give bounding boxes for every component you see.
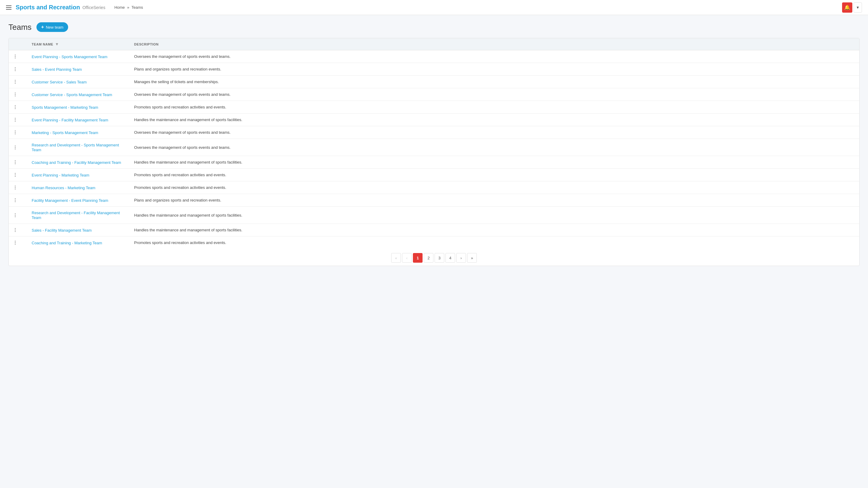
filter-icon[interactable]: ▼: [55, 42, 59, 46]
app-title: Sports and Recreation: [16, 4, 80, 11]
row-menu-button[interactable]: [13, 67, 17, 72]
table-row: Event Planning - Sports Management TeamO…: [9, 50, 859, 63]
row-menu-button[interactable]: [13, 130, 17, 135]
team-link[interactable]: Coaching and Training - Facility Managem…: [32, 160, 121, 165]
pagination-prev[interactable]: ‹: [402, 253, 412, 263]
row-description: Promotes sports and recreation activitie…: [129, 236, 859, 249]
col-header-name: TEAM NAME ▼: [27, 38, 129, 50]
row-menu-button[interactable]: [13, 172, 17, 177]
row-description: Promotes sports and recreation activitie…: [129, 169, 859, 181]
team-link[interactable]: Sports Management - Marketing Team: [32, 105, 98, 110]
notification-button[interactable]: 🔔: [842, 2, 852, 13]
app-subtitle: OfficeSeries: [82, 5, 105, 10]
bell-icon: 🔔: [844, 4, 850, 10]
row-team-name: Event Planning - Facility Management Tea…: [27, 113, 129, 126]
row-team-name: Coaching and Training - Marketing Team: [27, 236, 129, 249]
table-row: Research and Development - Facility Mana…: [9, 207, 859, 224]
team-link[interactable]: Coaching and Training - Marketing Team: [32, 241, 102, 245]
pagination-first[interactable]: «: [391, 253, 401, 263]
row-menu-button[interactable]: [13, 104, 17, 110]
team-link[interactable]: Research and Development - Facility Mana…: [32, 210, 120, 220]
team-link[interactable]: Sales - Event Planning Team: [32, 67, 82, 72]
header: Sports and Recreation OfficeSeries Home …: [0, 0, 868, 15]
team-link[interactable]: Sales - Facility Management Team: [32, 228, 92, 233]
row-menu-button[interactable]: [13, 145, 17, 150]
row-menu-button[interactable]: [13, 240, 17, 245]
row-actions-cell: [9, 156, 27, 169]
row-actions-cell: [9, 76, 27, 88]
team-link[interactable]: Event Planning - Facility Management Tea…: [32, 118, 108, 122]
table-row: Marketing - Sports Management TeamOverse…: [9, 126, 859, 139]
row-actions-cell: [9, 126, 27, 139]
pagination-last[interactable]: »: [467, 253, 477, 263]
teams-table: TEAM NAME ▼ DESCRIPTION Event Planning -…: [9, 38, 859, 249]
row-description: Oversees the management of sports events…: [129, 126, 859, 139]
col-header-actions: [9, 38, 27, 50]
team-link[interactable]: Event Planning - Marketing Team: [32, 173, 89, 177]
row-actions-cell: [9, 236, 27, 249]
row-menu-button[interactable]: [13, 117, 17, 122]
row-menu-button[interactable]: [13, 160, 17, 165]
pagination-page-3[interactable]: 3: [435, 253, 444, 263]
team-link[interactable]: Marketing - Sports Management Team: [32, 130, 98, 135]
plus-icon: +: [41, 24, 44, 30]
col-header-desc: DESCRIPTION: [129, 38, 859, 50]
row-menu-button[interactable]: [13, 213, 17, 218]
user-dropdown-button[interactable]: ▼: [854, 2, 862, 13]
row-actions-cell: [9, 63, 27, 76]
page-title: Teams: [8, 23, 32, 32]
row-description: Oversees the management of sports events…: [129, 139, 859, 156]
row-menu-button[interactable]: [13, 54, 17, 59]
header-right: 🔔 ▼: [842, 2, 862, 13]
team-link[interactable]: Research and Development - Sports Manage…: [32, 143, 119, 152]
team-link[interactable]: Human Resources - Marketing Team: [32, 186, 95, 190]
table-row: Human Resources - Marketing TeamPromotes…: [9, 181, 859, 194]
row-actions-cell: [9, 194, 27, 207]
team-link[interactable]: Facility Management - Event Planning Tea…: [32, 198, 108, 203]
row-menu-button[interactable]: [13, 79, 17, 84]
table-row: Sales - Facility Management TeamHandles …: [9, 224, 859, 236]
breadcrumb: Home » Teams: [114, 5, 143, 10]
pagination-next[interactable]: ›: [456, 253, 466, 263]
row-team-name: Research and Development - Sports Manage…: [27, 139, 129, 156]
table-row: Coaching and Training - Facility Managem…: [9, 156, 859, 169]
table-row: Sales - Event Planning TeamPlans and org…: [9, 63, 859, 76]
page-content: Teams + New team TEAM NAME ▼ DESCRIPTION: [0, 15, 868, 273]
teams-table-container: TEAM NAME ▼ DESCRIPTION Event Planning -…: [8, 38, 860, 266]
team-link[interactable]: Customer Service - Sales Team: [32, 80, 87, 84]
table-body: Event Planning - Sports Management TeamO…: [9, 50, 859, 249]
row-description: Promotes sports and recreation activitie…: [129, 181, 859, 194]
row-description: Oversees the management of sports events…: [129, 50, 859, 63]
row-description: Handles the maintenance and management o…: [129, 113, 859, 126]
row-actions-cell: [9, 113, 27, 126]
team-link[interactable]: Event Planning - Sports Management Team: [32, 55, 107, 59]
row-team-name: Sports Management - Marketing Team: [27, 101, 129, 113]
pagination-page-4[interactable]: 4: [445, 253, 455, 263]
pagination-page-2[interactable]: 2: [424, 253, 433, 263]
page-header: Teams + New team: [8, 22, 860, 32]
new-team-button[interactable]: + New team: [36, 22, 68, 32]
row-actions-cell: [9, 224, 27, 236]
row-menu-button[interactable]: [13, 185, 17, 190]
row-description: Manages the selling of tickets and membe…: [129, 76, 859, 88]
row-team-name: Facility Management - Event Planning Tea…: [27, 194, 129, 207]
team-link[interactable]: Customer Service - Sports Management Tea…: [32, 93, 112, 97]
row-team-name: Marketing - Sports Management Team: [27, 126, 129, 139]
row-team-name: Event Planning - Sports Management Team: [27, 50, 129, 63]
pagination-page-1[interactable]: 1: [413, 253, 423, 263]
pagination: « ‹ 1 2 3 4 › »: [9, 249, 859, 266]
table-row: Research and Development - Sports Manage…: [9, 139, 859, 156]
table-row: Coaching and Training - Marketing TeamPr…: [9, 236, 859, 249]
row-actions-cell: [9, 181, 27, 194]
hamburger-menu[interactable]: [6, 5, 11, 10]
row-team-name: Event Planning - Marketing Team: [27, 169, 129, 181]
row-team-name: Customer Service - Sports Management Tea…: [27, 88, 129, 101]
row-menu-button[interactable]: [13, 198, 17, 203]
row-actions-cell: [9, 169, 27, 181]
breadcrumb-home[interactable]: Home: [114, 5, 125, 10]
row-actions-cell: [9, 139, 27, 156]
row-team-name: Human Resources - Marketing Team: [27, 181, 129, 194]
row-menu-button[interactable]: [13, 227, 17, 233]
table-row: Customer Service - Sports Management Tea…: [9, 88, 859, 101]
row-menu-button[interactable]: [13, 92, 17, 97]
